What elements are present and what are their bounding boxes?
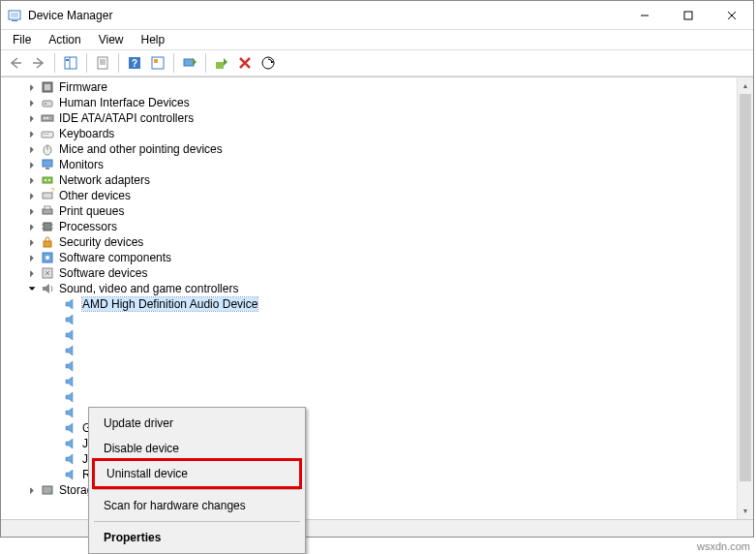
toolbar: ? [1, 49, 753, 77]
chevron-right-icon[interactable]: ⏵ [24, 79, 40, 95]
svg-rect-31 [47, 134, 48, 135]
menu-view[interactable]: View [91, 31, 132, 48]
tree-category[interactable]: ⏵Software devices [1, 265, 737, 281]
maximize-button[interactable] [666, 1, 710, 29]
properties-button[interactable] [92, 52, 113, 74]
tree-category[interactable]: ⏵Print queues [1, 203, 737, 219]
svg-rect-36 [43, 177, 52, 183]
menu-help[interactable]: Help [134, 31, 173, 48]
enable-button[interactable] [211, 52, 232, 74]
svg-rect-1 [12, 20, 17, 21]
tree-category[interactable]: ⏵Firmware [1, 79, 737, 95]
svg-point-26 [44, 117, 45, 119]
tree-device[interactable] [1, 389, 737, 405]
tree-category[interactable]: ⏵Mice and other pointing devices [1, 141, 737, 157]
svg-point-37 [45, 179, 46, 181]
tree-device[interactable] [1, 327, 737, 343]
device-label: AMD High Definition Audio Device [82, 297, 257, 311]
minimize-button[interactable] [622, 1, 666, 29]
menu-separator [94, 489, 300, 490]
tree-category[interactable]: ⏵Keyboards [1, 126, 737, 141]
context-menu-uninstall-device[interactable]: Uninstall device [95, 461, 299, 486]
tree-category[interactable]: ⏵Processors [1, 219, 737, 234]
svg-rect-42 [45, 206, 50, 209]
chevron-right-icon[interactable]: ⏵ [24, 126, 40, 141]
svg-point-53 [49, 491, 51, 493]
context-menu-properties[interactable]: Properties [92, 525, 302, 550]
forward-button[interactable] [28, 52, 49, 74]
tree-category[interactable]: ⏵Network adapters [1, 172, 737, 188]
software-devices-icon [40, 265, 55, 281]
tree-device[interactable] [1, 343, 737, 358]
back-button[interactable] [5, 52, 26, 74]
scroll-down-icon[interactable]: ▼ [738, 503, 753, 519]
chevron-right-icon[interactable]: ⏵ [24, 219, 40, 234]
chevron-right-icon[interactable]: ⏵ [24, 157, 40, 172]
scan-hardware-button[interactable] [257, 52, 279, 74]
ide-ata-atapi-controllers-icon [40, 110, 55, 126]
tree-category[interactable]: ⏵?Other devices [1, 188, 737, 203]
context-menu-update-driver[interactable]: Update driver [92, 411, 302, 436]
context-menu-scan-for-hardware-changes[interactable]: Scan for hardware changes [92, 493, 302, 518]
svg-rect-2 [11, 13, 18, 17]
svg-rect-19 [216, 62, 224, 69]
audio-device-icon [63, 358, 78, 374]
chevron-right-icon[interactable]: ⏵ [24, 203, 40, 219]
device-manager-window: Device Manager File Action View Help ? [0, 0, 754, 538]
monitors-icon [40, 157, 55, 172]
close-button[interactable] [710, 1, 753, 29]
tree-device[interactable]: AMD High Definition Audio Device [1, 296, 737, 312]
chevron-right-icon[interactable]: ⏵ [24, 141, 40, 157]
chevron-right-icon[interactable]: ⏵ [24, 110, 40, 126]
svg-rect-10 [98, 57, 107, 69]
action-button[interactable] [147, 52, 168, 74]
vertical-scrollbar[interactable]: ▲ ▼ [737, 77, 753, 519]
chevron-right-icon[interactable]: ⏵ [24, 172, 40, 188]
category-label: Print queues [59, 204, 124, 218]
menu-file[interactable]: File [5, 31, 39, 48]
help-button[interactable]: ? [124, 52, 145, 74]
show-hide-tree-button[interactable] [60, 52, 81, 74]
svg-point-24 [45, 103, 46, 105]
svg-point-27 [46, 117, 48, 119]
firmware-icon [40, 79, 55, 95]
category-label: Sound, video and game controllers [59, 282, 238, 295]
tree-category[interactable]: ⏵Human Interface Devices [1, 95, 737, 110]
scroll-up-icon[interactable]: ▲ [738, 77, 753, 94]
chevron-right-icon[interactable]: ⏵ [24, 250, 40, 265]
audio-device-icon [63, 467, 78, 482]
other-devices-icon: ? [40, 188, 55, 203]
keyboards-icon [40, 126, 55, 141]
processors-icon [40, 219, 55, 234]
tree-category[interactable]: ⏵Security devices [1, 234, 737, 250]
category-label: IDE ATA/ATAPI controllers [59, 111, 194, 125]
svg-rect-9 [66, 59, 69, 61]
mice-and-other-pointing-devices-icon [40, 141, 55, 157]
window-title: Device Manager [28, 9, 622, 22]
security-devices-icon [40, 234, 55, 250]
category-label: Security devices [59, 235, 143, 249]
chevron-down-icon[interactable]: ⏷ [24, 281, 40, 296]
tree-category[interactable]: ⏵Monitors [1, 157, 737, 172]
audio-device-icon [63, 420, 78, 436]
scrollbar-thumb[interactable] [740, 94, 751, 481]
menu-action[interactable]: Action [41, 31, 88, 48]
update-driver-button[interactable] [179, 52, 200, 74]
audio-device-icon [63, 436, 78, 451]
chevron-right-icon[interactable]: ⏵ [24, 95, 40, 110]
chevron-right-icon[interactable]: ⏵ [24, 188, 40, 203]
chevron-right-icon[interactable]: ⏵ [24, 234, 40, 250]
svg-text:?: ? [50, 188, 55, 195]
tree-category[interactable]: ⏷Sound, video and game controllers [1, 281, 737, 296]
tree-category[interactable]: ⏵Software components [1, 250, 737, 265]
chevron-right-icon[interactable]: ⏵ [24, 265, 40, 281]
tree-category[interactable]: ⏵IDE ATA/ATAPI controllers [1, 110, 737, 126]
tree-device[interactable] [1, 312, 737, 327]
tree-device[interactable] [1, 358, 737, 374]
uninstall-button[interactable] [234, 52, 256, 74]
audio-device-icon [63, 451, 78, 467]
audio-device-icon [63, 405, 78, 420]
tree-device[interactable] [1, 374, 737, 389]
chevron-right-icon[interactable]: ⏵ [24, 482, 40, 498]
category-label: Other devices [59, 189, 131, 202]
